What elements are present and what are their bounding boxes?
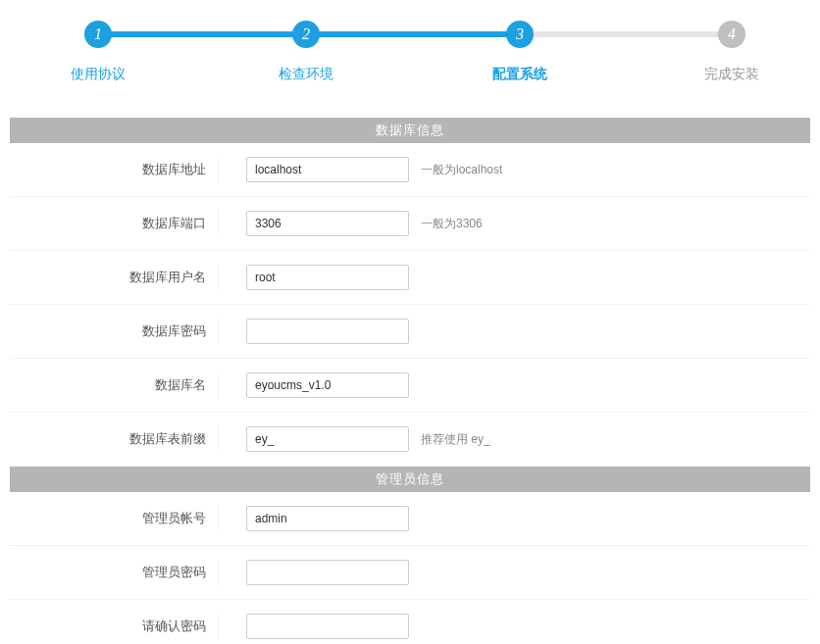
row-db-port: 数据库端口 一般为3306 [10, 197, 810, 251]
row-db-name: 数据库名 [10, 359, 810, 413]
step-circle: 4 [718, 21, 745, 48]
step-label: 使用协议 [49, 66, 147, 83]
row-admin-password: 管理员密码 [10, 546, 810, 600]
label-admin-password: 管理员密码 [10, 564, 218, 581]
input-admin-confirm[interactable] [246, 614, 409, 639]
input-db-name[interactable] [246, 372, 409, 398]
label-db-prefix: 数据库表前缀 [10, 430, 218, 448]
section-header-admin: 管理员信息 [10, 467, 810, 492]
row-db-prefix: 数据库表前缀 推荐使用 ey_ [10, 413, 810, 467]
hint-db-prefix: 推荐使用 ey_ [421, 431, 490, 448]
label-db-host: 数据库地址 [10, 161, 218, 178]
hint-db-port: 一般为3306 [421, 216, 483, 232]
label-db-user: 数据库用户名 [10, 269, 218, 286]
hint-db-host: 一般为localhost [421, 162, 502, 178]
row-db-password: 数据库密码 [10, 305, 810, 359]
row-admin-confirm: 请确认密码 [10, 600, 810, 644]
input-db-password[interactable] [246, 319, 409, 344]
step-3[interactable]: 3 配置系统 [471, 10, 569, 83]
step-2[interactable]: 2 检查环境 [257, 10, 355, 83]
section-header-db: 数据库信息 [10, 118, 810, 143]
label-admin-account: 管理员帐号 [10, 510, 218, 527]
install-stepper: 1 使用协议 2 检查环境 3 配置系统 4 完成安装 [10, 10, 810, 98]
input-admin-password[interactable] [246, 560, 409, 585]
step-1[interactable]: 1 使用协议 [49, 10, 147, 83]
input-admin-account[interactable] [246, 506, 409, 531]
input-db-user[interactable] [246, 265, 409, 290]
input-db-host[interactable] [246, 157, 409, 182]
label-db-name: 数据库名 [10, 376, 218, 394]
label-db-password: 数据库密码 [10, 322, 218, 340]
step-circle: 3 [506, 21, 534, 48]
label-db-port: 数据库端口 [10, 215, 218, 232]
step-4[interactable]: 4 完成安装 [683, 10, 781, 83]
step-circle: 2 [292, 21, 320, 48]
step-circle: 1 [84, 21, 112, 48]
row-admin-account: 管理员帐号 [10, 492, 810, 546]
step-label: 完成安装 [683, 66, 781, 83]
label-admin-confirm: 请确认密码 [10, 618, 218, 635]
step-label: 检查环境 [257, 66, 355, 83]
input-db-port[interactable] [246, 211, 409, 236]
input-db-prefix[interactable] [246, 426, 409, 452]
row-db-user: 数据库用户名 [10, 251, 810, 305]
step-label: 配置系统 [471, 66, 569, 83]
row-db-host: 数据库地址 一般为localhost [10, 143, 810, 197]
